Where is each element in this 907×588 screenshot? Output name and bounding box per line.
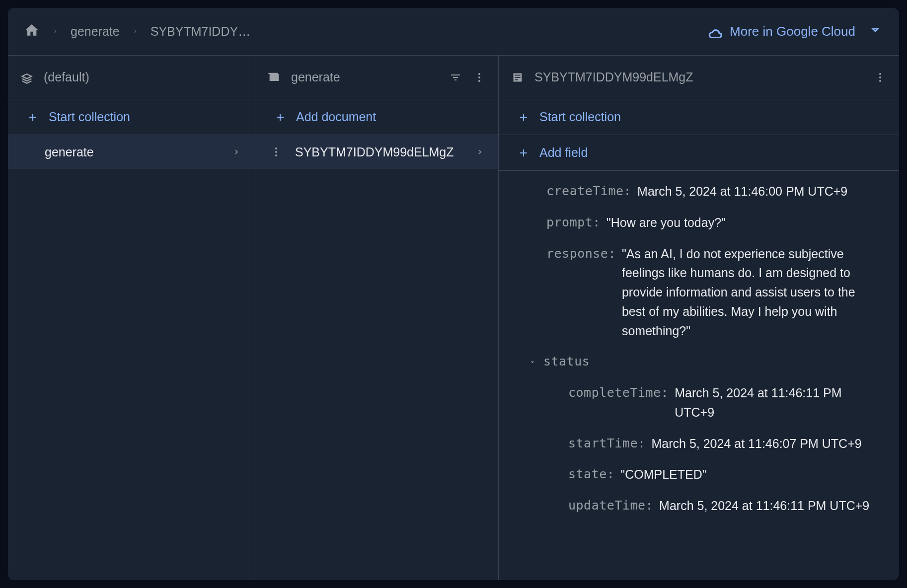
add-document-label: Add document	[296, 110, 376, 124]
more-menu-button[interactable]	[472, 71, 486, 84]
svg-point-7	[879, 76, 881, 78]
field-status[interactable]: status	[519, 346, 879, 377]
field-status-starttime[interactable]: startTime: March 5, 2024 at 11:46:07 PM …	[519, 428, 879, 459]
field-status-completetime[interactable]: completeTime: March 5, 2024 at 11:46:11 …	[519, 377, 879, 428]
more-google-cloud-link[interactable]: More in Google Cloud	[707, 24, 883, 39]
collection-item-generate[interactable]: generate	[8, 135, 255, 169]
cloud-icon	[707, 26, 723, 38]
svg-point-2	[478, 80, 480, 82]
start-collection-label: Start collection	[49, 110, 130, 124]
breadcrumb-item-generate[interactable]: generate	[71, 24, 120, 39]
plus-icon	[518, 147, 529, 159]
plus-icon	[274, 111, 286, 123]
document-icon	[511, 71, 525, 84]
field-key: prompt:	[546, 213, 601, 232]
svg-point-3	[275, 147, 277, 149]
field-status-state[interactable]: state: "COMPLETED"	[519, 459, 879, 490]
panel-coll-header: generate	[255, 56, 498, 99]
doc-more-menu-button[interactable]	[873, 71, 887, 84]
field-key: startTime:	[568, 434, 646, 453]
app-root: generate SYBYTM7IDDY… More in Google Clo…	[8, 8, 899, 580]
field-value: March 5, 2024 at 11:46:11 PM UTC+9	[675, 383, 879, 422]
field-key: createTime:	[546, 182, 631, 201]
field-value: March 5, 2024 at 11:46:00 PM UTC+9	[637, 182, 847, 201]
collection-item-label: generate	[45, 145, 224, 159]
chevron-right-icon	[132, 26, 139, 37]
field-value: March 5, 2024 at 11:46:07 PM UTC+9	[652, 434, 862, 453]
add-document-button[interactable]: Add document	[255, 99, 498, 135]
add-field-button[interactable]: Add field	[499, 135, 899, 171]
filter-button[interactable]	[449, 71, 462, 84]
svg-point-1	[478, 76, 480, 78]
plus-icon	[518, 111, 529, 123]
chevron-right-icon	[475, 145, 484, 159]
field-createtime[interactable]: createTime: March 5, 2024 at 11:46:00 PM…	[519, 176, 879, 207]
panel-db-title: (default)	[44, 70, 89, 84]
field-key: updateTime:	[568, 496, 653, 515]
field-value: "COMPLETED"	[620, 465, 706, 484]
svg-point-5	[275, 154, 277, 156]
breadcrumb-item-document[interactable]: SYBYTM7IDDY…	[151, 24, 250, 39]
triangle-down-icon	[529, 352, 536, 371]
field-response[interactable]: response: "As an AI, I do not experience…	[519, 238, 879, 347]
doc-fields: createTime: March 5, 2024 at 11:46:00 PM…	[499, 171, 899, 541]
field-key: status	[543, 352, 590, 371]
field-status-updatetime[interactable]: updateTime: March 5, 2024 at 11:46:11 PM…	[519, 490, 879, 521]
svg-point-4	[275, 151, 277, 153]
panel-database: (default) Start collection generate	[8, 56, 255, 580]
chevron-right-icon	[52, 26, 59, 37]
panel-db-header: (default)	[8, 56, 255, 99]
panel-document: SYBYTM7IDDYM99dELMgZ Start collection Ad…	[499, 56, 899, 580]
doc-start-collection-button[interactable]: Start collection	[499, 99, 899, 135]
field-prompt[interactable]: prompt: "How are you today?"	[519, 207, 879, 238]
plus-icon	[27, 111, 39, 123]
field-value: March 5, 2024 at 11:46:11 PM UTC+9	[659, 496, 869, 515]
panel-coll-title: generate	[291, 70, 340, 84]
document-item-menu[interactable]	[269, 145, 283, 159]
svg-point-0	[478, 73, 480, 75]
doc-start-collection-label: Start collection	[539, 110, 621, 124]
doc-body: Add field createTime: March 5, 2024 at 1…	[499, 135, 899, 580]
svg-point-8	[879, 80, 881, 82]
field-key: completeTime:	[568, 383, 669, 403]
topbar: generate SYBYTM7IDDY… More in Google Clo…	[8, 8, 899, 56]
add-field-label: Add field	[539, 146, 588, 160]
breadcrumb: generate SYBYTM7IDDY…	[24, 22, 250, 41]
home-icon[interactable]	[24, 22, 40, 41]
panel-doc-title: SYBYTM7IDDYM99dELMgZ	[534, 70, 693, 84]
field-value: "As an AI, I do not experience subjectiv…	[622, 244, 879, 341]
chevron-right-icon	[232, 145, 241, 159]
panel-collection: generate Add document SYBYTM7IDDYM99dELM…	[255, 56, 499, 580]
cloud-link-label: More in Google Cloud	[730, 24, 855, 39]
svg-point-6	[879, 73, 881, 75]
start-collection-button[interactable]: Start collection	[8, 99, 255, 135]
chevron-down-icon	[867, 24, 883, 39]
document-item-label: SYBYTM7IDDYM99dELMgZ	[295, 145, 467, 159]
field-value: "How are you today?"	[606, 213, 726, 232]
field-key: state:	[568, 465, 614, 484]
database-icon	[20, 71, 34, 84]
panel-doc-header: SYBYTM7IDDYM99dELMgZ	[499, 56, 899, 99]
document-item[interactable]: SYBYTM7IDDYM99dELMgZ	[255, 135, 498, 169]
field-key: response:	[546, 244, 616, 264]
collection-icon	[267, 71, 281, 84]
panels: (default) Start collection generate gene…	[8, 56, 899, 580]
